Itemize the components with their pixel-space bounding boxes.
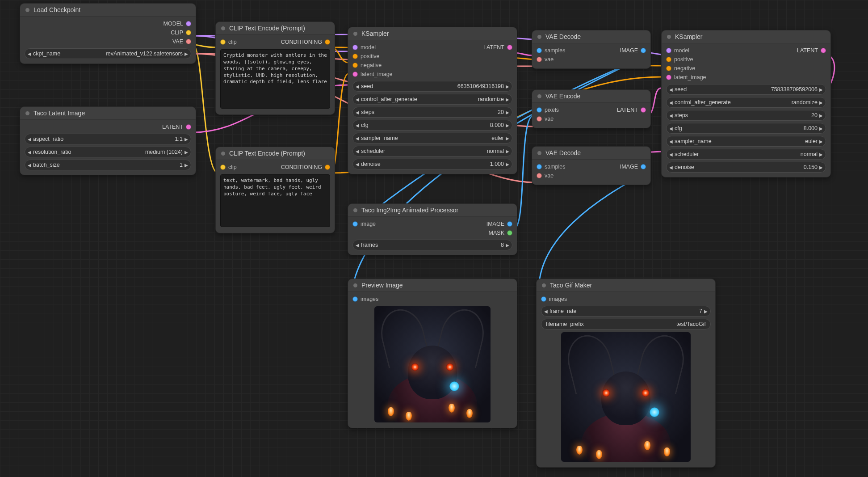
widget-batch-size[interactable]: ◀batch_size 1▶ [25, 160, 191, 170]
port-vae-in[interactable] [537, 116, 542, 122]
widget-resolution-ratio[interactable]: ◀resolution_ratio medium (1024)▶ [25, 147, 191, 157]
port-latent-out[interactable] [186, 124, 191, 130]
port-latent-in[interactable] [352, 72, 358, 77]
collapse-dot-icon[interactable] [537, 94, 541, 98]
node-header[interactable]: Taco Gif Maker [537, 279, 715, 292]
node-vae-decode-2[interactable]: VAE Decode samples IMAGE vae [532, 146, 651, 185]
node-taco-gif-maker[interactable]: Taco Gif Maker images ◀frame_rate7▶ file… [536, 279, 716, 468]
port-positive-in[interactable] [666, 57, 671, 62]
param-label: frames [361, 242, 378, 248]
preview-image[interactable] [374, 306, 491, 422]
node-ksampler-2[interactable]: KSampler model LATENT positive negative … [661, 30, 831, 177]
collapse-dot-icon[interactable] [221, 152, 225, 156]
port-samples-in[interactable] [537, 164, 542, 169]
port-image-in[interactable] [352, 221, 358, 227]
port-clip-in[interactable] [220, 165, 226, 170]
port-latent-out[interactable] [641, 107, 646, 113]
collapse-dot-icon[interactable] [353, 208, 357, 212]
node-load-checkpoint[interactable]: Load Checkpoint MODEL CLIP VAE ◀ckpt_nam… [20, 3, 196, 64]
widget-filename-prefix[interactable]: filename_prefixtest/TacoGif [541, 319, 711, 329]
collapse-dot-icon[interactable] [537, 151, 541, 155]
prompt-textarea[interactable] [220, 49, 330, 109]
port-negative-in[interactable] [352, 63, 358, 68]
port-pixels-in[interactable] [537, 107, 542, 113]
node-header[interactable]: KSampler [662, 30, 830, 43]
port-positive-in[interactable] [352, 54, 358, 59]
node-header[interactable]: Load Checkpoint [20, 4, 196, 17]
node-clip-text-encode-negative[interactable]: CLIP Text Encode (Prompt) clip CONDITION… [215, 147, 335, 233]
widget-seed[interactable]: ◀seed663510649316198▶ [352, 81, 512, 92]
collapse-dot-icon[interactable] [667, 35, 671, 39]
port-conditioning-out[interactable] [325, 39, 330, 45]
port-image-out[interactable] [641, 164, 646, 169]
widget-sampler-name[interactable]: ◀sampler_nameeuler▶ [666, 136, 826, 147]
port-image-out[interactable] [641, 48, 646, 53]
widget-cfg[interactable]: ◀cfg8.000▶ [352, 120, 512, 131]
port-clip-in[interactable] [220, 39, 226, 45]
node-header[interactable]: Taco Latent Image [20, 107, 196, 120]
node-clip-text-encode-positive[interactable]: CLIP Text Encode (Prompt) clip CONDITION… [215, 21, 335, 115]
node-taco-img2img-animated[interactable]: Taco Img2Img Animated Processor image IM… [348, 203, 517, 255]
node-header[interactable]: VAE Encode [532, 90, 650, 103]
node-vae-decode-1[interactable]: VAE Decode samples IMAGE vae [532, 30, 651, 69]
node-header[interactable]: VAE Decode [532, 30, 650, 43]
widget-cfg[interactable]: ◀cfg8.000▶ [666, 123, 826, 134]
node-taco-latent-image[interactable]: Taco Latent Image LATENT ◀aspect_ratio 1… [20, 106, 196, 175]
node-ksampler-1[interactable]: KSampler model LATENT positive negative … [348, 27, 517, 174]
node-vae-encode[interactable]: VAE Encode pixels LATENT vae [532, 89, 651, 128]
widget-steps[interactable]: ◀steps20▶ [666, 110, 826, 121]
collapse-dot-icon[interactable] [25, 8, 29, 12]
widget-control-after-generate[interactable]: ◀control_after_generaterandomize▶ [352, 94, 512, 105]
widget-scheduler[interactable]: ◀schedulernormal▶ [666, 149, 826, 160]
port-images-in[interactable] [352, 296, 358, 302]
node-header[interactable]: KSampler [348, 27, 517, 40]
collapse-dot-icon[interactable] [25, 111, 29, 115]
port-vae-in[interactable] [537, 173, 542, 178]
widget-steps[interactable]: ◀steps20▶ [352, 107, 512, 118]
port-conditioning-out[interactable] [325, 165, 330, 170]
widget-sampler-name[interactable]: ◀sampler_nameeuler▶ [352, 133, 512, 144]
port-model-in[interactable] [666, 48, 671, 53]
widget-control-after-generate[interactable]: ◀control_after_generaterandomize▶ [666, 97, 826, 108]
port-model-in[interactable] [352, 45, 358, 50]
node-header[interactable]: Taco Img2Img Animated Processor [348, 204, 517, 217]
port-samples-in[interactable] [537, 48, 542, 53]
node-header[interactable]: CLIP Text Encode (Prompt) [216, 22, 335, 35]
collapse-dot-icon[interactable] [537, 35, 541, 39]
port-negative-in[interactable] [666, 66, 671, 71]
port-latent-out[interactable] [507, 45, 512, 50]
node-header[interactable]: Preview Image [348, 279, 517, 292]
port-image-out[interactable] [507, 221, 512, 227]
port-latent-out[interactable] [821, 48, 826, 53]
output-model-label: MODEL [164, 21, 183, 27]
widget-seed[interactable]: ◀seed758338709592006▶ [666, 84, 826, 95]
preview-image[interactable] [561, 332, 691, 462]
port-mask-out[interactable] [507, 230, 512, 236]
widget-denoise[interactable]: ◀denoise0.150▶ [666, 162, 826, 173]
collapse-dot-icon[interactable] [353, 283, 357, 287]
port-vae-in[interactable] [537, 57, 542, 62]
node-graph-canvas[interactable]: { "load_checkpoint": { "title": "Load Ch… [0, 0, 868, 477]
widget-aspect-ratio[interactable]: ◀aspect_ratio 1:1▶ [25, 134, 191, 144]
widget-frames[interactable]: ◀frames8▶ [352, 240, 512, 250]
param-value: medium (1024) [145, 149, 183, 155]
widget-ckpt-name[interactable]: ◀ckpt_name revAnimated_v122.safetensors▶ [25, 48, 191, 59]
chevron-left-icon: ◀ [669, 139, 673, 144]
chevron-right-icon: ▶ [819, 152, 823, 157]
port-vae-out[interactable] [186, 39, 191, 44]
port-model-out[interactable] [186, 21, 191, 26]
node-header[interactable]: VAE Decode [532, 147, 650, 160]
port-images-in[interactable] [541, 296, 546, 302]
node-preview-image[interactable]: Preview Image images [348, 279, 517, 428]
widget-frame-rate[interactable]: ◀frame_rate7▶ [541, 306, 711, 317]
prompt-textarea[interactable] [220, 174, 330, 227]
param-label: seed [361, 83, 373, 89]
collapse-dot-icon[interactable] [221, 26, 225, 30]
port-latent-in[interactable] [666, 75, 671, 80]
node-header[interactable]: CLIP Text Encode (Prompt) [216, 147, 335, 160]
collapse-dot-icon[interactable] [542, 283, 546, 287]
port-clip-out[interactable] [186, 30, 191, 35]
widget-denoise[interactable]: ◀denoise1.000▶ [352, 159, 512, 169]
widget-scheduler[interactable]: ◀schedulernormal▶ [352, 146, 512, 156]
collapse-dot-icon[interactable] [353, 32, 357, 36]
